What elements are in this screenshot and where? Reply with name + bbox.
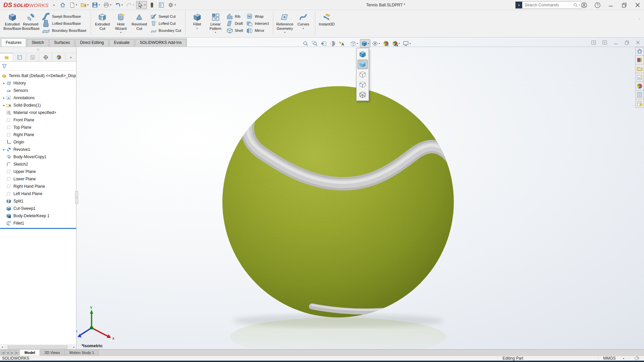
view-orientation-button[interactable]: ▾ [349, 39, 360, 48]
restore-button[interactable] [620, 1, 629, 9]
dropdown-arrow-icon[interactable]: ▾ [121, 3, 123, 6]
scroll-thumb[interactable] [8, 346, 67, 349]
expand-caret-icon[interactable]: ▸ [2, 104, 6, 107]
tree-item-sensors[interactable]: ▸Sensors [0, 87, 76, 94]
rollback-bar[interactable] [0, 228, 76, 229]
dropdown-arrow-icon[interactable]: ▾ [87, 3, 89, 6]
select-cursor-button[interactable]: ▾ [136, 1, 147, 9]
extruded-boss-base-button[interactable]: ExtrudedBoss/Base [3, 11, 21, 37]
draft-button[interactable]: Draft [225, 20, 245, 27]
open-button[interactable]: ▾ [79, 1, 90, 9]
minimize-doc-button[interactable] [612, 40, 619, 46]
tree-item-cut-sweep1[interactable]: ▸Cut-Sweep1 [0, 205, 76, 212]
fm-tab-configurationmanager[interactable] [26, 53, 39, 61]
tab-direct-editing[interactable]: Direct Editing [75, 39, 108, 47]
flyout-arrow-icon[interactable]: ▾ [303, 27, 304, 30]
revolved-boss-base-button[interactable]: RevolvedBoss/Base [21, 11, 40, 37]
wireframe-option[interactable] [358, 90, 368, 99]
close-button[interactable] [633, 1, 642, 9]
dropdown-arrow-icon[interactable]: ▾ [174, 3, 176, 6]
expand-caret-icon[interactable]: ▸ [2, 96, 6, 100]
zoom-to-fit-button[interactable] [301, 39, 310, 48]
dropdown-arrow-icon[interactable]: ▾ [76, 3, 77, 6]
next-tab-button[interactable]: ▶ [10, 350, 14, 355]
zoom-to-area-button[interactable] [310, 39, 319, 48]
display-style-button[interactable]: ▾ [360, 39, 371, 48]
account-button[interactable] [580, 1, 588, 9]
fm-tab-propertymanager[interactable] [13, 53, 26, 61]
boundary-boss-base-button[interactable]: Boundary Boss/Base [40, 27, 88, 34]
tree-filter-row[interactable] [0, 62, 76, 71]
expand-caret-icon[interactable]: ▸ [2, 81, 6, 85]
tab-evaluate[interactable]: Evaluate [109, 39, 135, 47]
save-button[interactable]: ▾ [91, 1, 101, 9]
taskpane-design-library-button[interactable] [635, 56, 644, 64]
shell-button[interactable]: Shell [225, 27, 245, 34]
edit-appearance-button[interactable] [382, 39, 390, 48]
doc-tab-motion-study-1[interactable]: Motion Study 1 [65, 350, 99, 356]
new-doc-button[interactable]: ▾ [68, 1, 78, 9]
tree-item-sketch2[interactable]: ▸Sketch2 [0, 161, 76, 168]
undo-button[interactable]: ▾ [113, 1, 124, 9]
dropdown-arrow-icon[interactable]: ▾ [110, 3, 111, 6]
hidden-lines-visible-option[interactable] [358, 80, 368, 89]
dropdown-arrow-icon[interactable]: ▾ [410, 42, 411, 45]
tree-item-material-not-specified[interactable]: ▸Material <not specified> [0, 109, 76, 116]
tree-item-history[interactable]: ▸History [0, 79, 76, 87]
dropdown-arrow-icon[interactable]: ▾ [399, 42, 400, 45]
doc-tab-model[interactable]: Model [20, 350, 40, 356]
file-properties-button[interactable] [157, 1, 166, 9]
shaded-with-edges-option[interactable] [358, 50, 368, 59]
flyout-arrow-icon[interactable]: ▾ [120, 31, 121, 34]
tree-item-origin[interactable]: ▸Origin [0, 138, 76, 146]
fm-tab-displaymanager[interactable] [52, 53, 65, 61]
fm-tab-featuremanager-tree[interactable] [0, 53, 13, 61]
hidden-lines-removed-option[interactable] [358, 70, 368, 79]
boundary-cut-button[interactable]: Boundary Cut [149, 27, 183, 34]
shaded-option[interactable] [358, 60, 368, 69]
hole-wizard-button[interactable]: HoleWizard▾ [112, 11, 130, 37]
revolved-cut-button[interactable]: RevolvedCut [130, 11, 149, 37]
tab-features[interactable]: Features [1, 38, 26, 47]
first-tab-button[interactable]: |◀ [1, 350, 5, 355]
dropdown-arrow-icon[interactable]: ▾ [357, 42, 358, 45]
taskpane-view-palette-button[interactable] [635, 73, 644, 82]
close-doc-button[interactable] [635, 40, 641, 46]
rebuild-light-button[interactable] [148, 1, 156, 9]
dropdown-arrow-icon[interactable]: ▾ [99, 3, 100, 6]
fm-tab-dimxpertmanager[interactable] [39, 53, 52, 61]
tree-item-top-plane[interactable]: ▸Top Plane [0, 124, 76, 131]
tab-surfaces[interactable]: Surfaces [49, 39, 74, 47]
expand-caret-icon[interactable]: ▸ [2, 148, 6, 151]
tree-item-body-delete-keep-1[interactable]: ▸Body-Delete/Keep 1 [0, 212, 76, 220]
view-settings-button[interactable]: ▾ [401, 39, 412, 48]
pane-next-button[interactable] [601, 40, 608, 46]
linear-pattern-button[interactable]: LinearPattern▾ [206, 11, 225, 37]
last-tab-button[interactable]: ▶| [15, 350, 19, 355]
tree-item-lower-plane[interactable]: ▸Lower Plane [0, 175, 76, 183]
tree-item-annotations[interactable]: ▸AAnnotations [0, 94, 76, 102]
status-tag-icon[interactable] [629, 356, 644, 361]
dropdown-arrow-icon[interactable]: ▾ [368, 42, 369, 45]
prev-tab-button[interactable]: ◀ [5, 350, 10, 355]
fm-tabs-overflow-button[interactable]: > [65, 53, 76, 61]
tab-sketch[interactable]: Sketch [27, 39, 49, 47]
graphics-area[interactable]: A▾▾▾▾▾ Y x z *Isometric [0, 38, 644, 349]
tree-item-split1[interactable]: ▸Split1 [0, 197, 76, 205]
instant3d-button[interactable]: Instant3D [318, 11, 336, 37]
tab-solidworks-add-ins[interactable]: SOLIDWORKS Add-Ins [135, 39, 186, 47]
extruded-cut-button[interactable]: ExtrudedCut [93, 11, 112, 37]
panel-top-splitter[interactable] [0, 47, 76, 53]
tree-item-upper-plane[interactable]: ▸Upper Plane [0, 168, 76, 175]
lofted-cut-button[interactable]: Lofted Cut [149, 20, 183, 27]
dropdown-arrow-icon[interactable]: ▾ [144, 3, 146, 6]
tree-item-tennis-ball-default-default-displ[interactable]: Tennis Ball (Default) <<Default>_Displ [0, 72, 76, 79]
home-button[interactable] [58, 1, 67, 9]
help-button[interactable]: ? [593, 1, 602, 9]
intersect-button[interactable]: Intersect [245, 20, 270, 27]
taskpane-custom-properties-button[interactable] [635, 90, 644, 99]
tree-item-body-move-copy1[interactable]: ▸Body-Move/Copy1 [0, 153, 76, 161]
rib-button[interactable]: Rib [225, 13, 245, 20]
tree-item-fillet1[interactable]: ▸Fillet1 [0, 220, 76, 227]
doc-tab-3d-views[interactable]: 3D Views [40, 350, 65, 356]
